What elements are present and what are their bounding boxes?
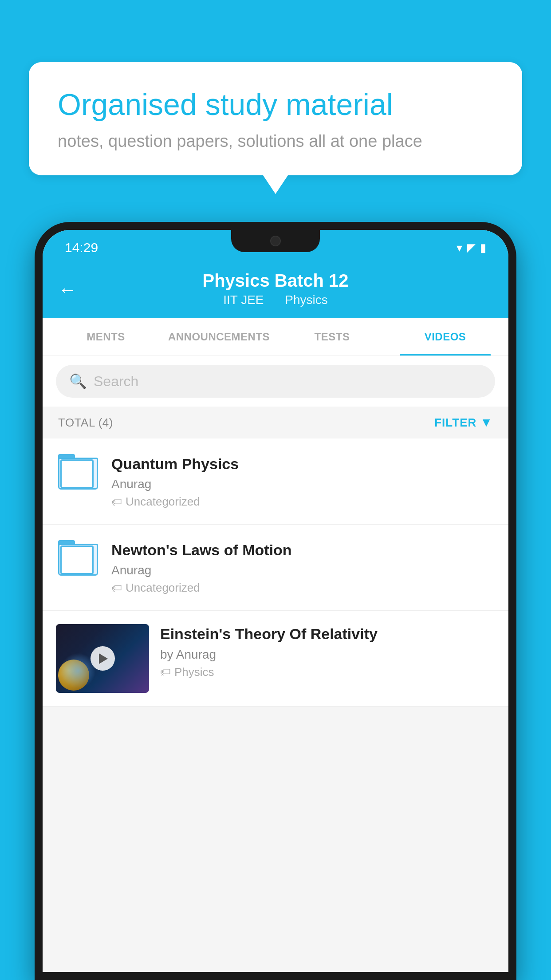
filter-button[interactable]: FILTER ▼ [434,415,493,430]
filter-bar: TOTAL (4) FILTER ▼ [43,407,508,439]
tag-label: Uncategorized [126,581,200,595]
tag-icon: 🏷 [111,582,122,594]
search-icon: 🔍 [69,373,87,390]
video-thumbnail [56,624,149,693]
tab-announcements[interactable]: ANNOUNCEMENTS [162,318,276,356]
tag-label: Physics [174,665,214,679]
video-author: Anurag [111,563,495,577]
bubble-subtitle: notes, question papers, solutions all at… [58,132,493,151]
video-title: Newton's Laws of Motion [111,540,495,560]
subtitle-iitjee: IIT JEE [223,293,264,307]
video-info-1: Quantum Physics Anurag 🏷 Uncategorized [111,454,495,509]
tab-videos[interactable]: VIDEOS [389,318,502,356]
bubble-title: Organised study material [58,87,493,123]
video-info-3: Einstein's Theory Of Relativity by Anura… [160,624,495,679]
video-tag: 🏷 Physics [160,665,495,679]
signal-icon: ◤ [467,241,476,255]
video-thumb-1 [56,454,100,490]
battery-icon: ▮ [480,241,486,255]
speech-bubble: Organised study material notes, question… [29,62,522,175]
notch-camera [270,236,281,246]
video-info-2: Newton's Laws of Motion Anurag 🏷 Uncateg… [111,540,495,595]
header-subtitle: IIT JEE Physics [60,293,491,307]
list-item[interactable]: Quantum Physics Anurag 🏷 Uncategorized [43,439,508,525]
play-triangle-icon [99,653,108,664]
search-placeholder: Search [94,373,138,390]
tab-bar: MENTS ANNOUNCEMENTS TESTS VIDEOS [43,318,508,356]
search-container: 🔍 Search [43,356,508,407]
video-author: by Anurag [160,648,495,662]
phone-frame: 14:29 ▾ ◤ ▮ ← Physics Batch 12 IIT JEE P… [35,222,516,980]
wifi-icon: ▾ [457,241,462,255]
speech-bubble-container: Organised study material notes, question… [29,62,522,175]
total-count: TOTAL (4) [58,416,113,430]
video-thumb-2 [56,540,100,576]
subtitle-physics: Physics [285,293,327,307]
app-header: ← Physics Batch 12 IIT JEE Physics [43,261,508,318]
video-list: Quantum Physics Anurag 🏷 Uncategorized [43,439,508,707]
filter-icon: ▼ [480,415,493,430]
header-title: Physics Batch 12 [60,270,491,291]
tag-label: Uncategorized [126,495,200,509]
video-title: Einstein's Theory Of Relativity [160,624,495,644]
video-author: Anurag [111,477,495,491]
tab-ments[interactable]: MENTS [49,318,162,356]
filter-label: FILTER [434,416,476,430]
status-time: 14:29 [65,240,98,255]
folder-icon [58,454,98,490]
video-title: Quantum Physics [111,454,495,474]
phone-notch [231,230,320,252]
status-icons: ▾ ◤ ▮ [457,241,486,255]
list-item[interactable]: Newton's Laws of Motion Anurag 🏷 Uncateg… [43,525,508,611]
list-item[interactable]: Einstein's Theory Of Relativity by Anura… [43,611,508,707]
glow-decoration [60,653,96,688]
video-tag: 🏷 Uncategorized [111,581,495,595]
back-button[interactable]: ← [58,279,77,300]
tag-icon: 🏷 [160,666,171,678]
tag-icon: 🏷 [111,496,122,508]
video-tag: 🏷 Uncategorized [111,495,495,509]
tab-tests[interactable]: TESTS [276,318,389,356]
search-bar[interactable]: 🔍 Search [56,365,495,398]
folder-icon [58,540,98,576]
phone-screen: 14:29 ▾ ◤ ▮ ← Physics Batch 12 IIT JEE P… [43,230,508,972]
